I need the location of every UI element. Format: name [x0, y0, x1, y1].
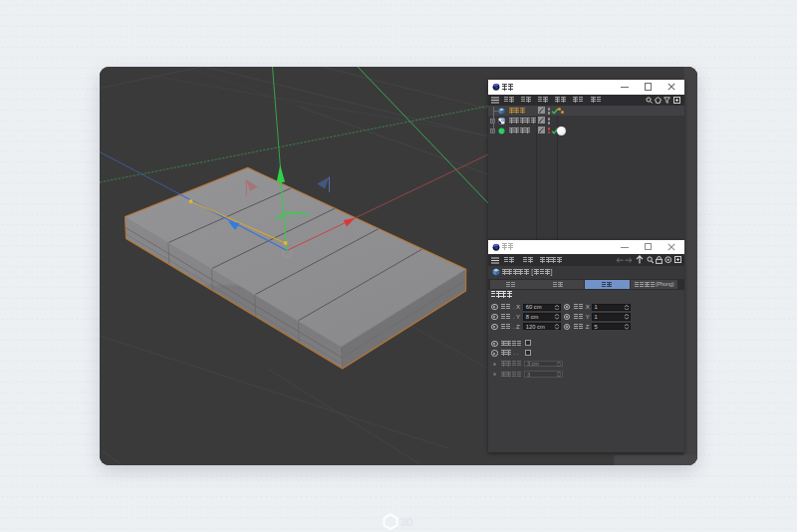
svg-text:3D: 3D: [400, 517, 413, 528]
